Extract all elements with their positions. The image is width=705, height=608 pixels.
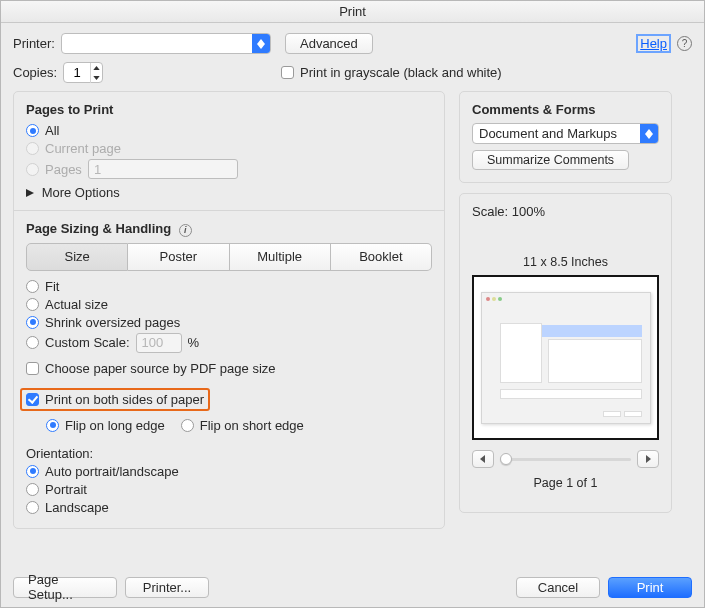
print-button[interactable]: Print [608,577,692,598]
preview-frame [472,275,659,440]
page-setup-button[interactable]: Page Setup... [13,577,117,598]
stepper-up-icon[interactable] [91,63,102,73]
preview-page-thumbnail [481,292,651,424]
scale-readout: Scale: 100% [472,204,659,219]
paper-size-label: 11 x 8.5 Inches [472,255,659,269]
flip-short-radio[interactable]: Flip on short edge [181,418,304,433]
grayscale-checkbox[interactable]: Print in grayscale (black and white) [281,65,502,80]
pages-heading: Pages to Print [26,102,432,117]
stepper-down-icon[interactable] [91,73,102,83]
orientation-portrait-radio[interactable]: Portrait [26,482,432,497]
page-readout: Page 1 of 1 [472,476,659,490]
pdf-paper-source-checkbox[interactable]: Choose paper source by PDF page size [26,361,432,376]
flip-long-radio[interactable]: Flip on long edge [46,418,165,433]
cancel-button[interactable]: Cancel [516,577,600,598]
highlight-annotation: Print on both sides of paper [20,388,210,411]
pages-all-radio[interactable]: All [26,123,432,138]
printer-label: Printer: [13,36,55,51]
sizing-segmented-control[interactable]: Size Poster Multiple Booklet [26,243,432,271]
more-options-toggle[interactable]: More Options [42,185,120,200]
copies-input[interactable] [64,64,90,81]
help-link[interactable]: Help [636,34,671,53]
dialog-footer: Page Setup... Printer... Cancel Print [1,567,704,607]
comments-select[interactable]: Document and Markups [472,123,659,144]
copies-stepper[interactable] [63,62,103,83]
actual-size-radio[interactable]: Actual size [26,297,432,312]
seg-poster[interactable]: Poster [128,243,229,271]
orientation-auto-radio[interactable]: Auto portrait/landscape [26,464,432,479]
window-title: Print [1,1,704,23]
printer-select[interactable] [61,33,271,54]
sizing-heading: Page Sizing & Handling i [26,221,432,237]
seg-multiple[interactable]: Multiple [230,243,331,271]
comments-heading: Comments & Forms [472,102,659,117]
fit-radio[interactable]: Fit [26,279,432,294]
custom-scale-radio[interactable]: Custom Scale: % [26,333,432,353]
pages-current-radio: Current page [26,141,432,156]
pages-to-print-panel: Pages to Print All Current page Pages Mo… [13,91,445,529]
next-page-button[interactable] [637,450,659,468]
printer-settings-button[interactable]: Printer... [125,577,209,598]
comments-forms-panel: Comments & Forms Document and Markups Su… [459,91,672,183]
grayscale-label: Print in grayscale (black and white) [300,65,502,80]
orientation-landscape-radio[interactable]: Landscape [26,500,432,515]
disclosure-triangle-icon[interactable] [26,185,34,200]
seg-booklet[interactable]: Booklet [331,243,432,271]
advanced-button[interactable]: Advanced [285,33,373,54]
seg-size[interactable]: Size [26,243,128,271]
chevron-updown-icon [640,124,658,143]
print-dialog: Print Printer: Advanced Help ? Copies: [0,0,705,608]
chevron-updown-icon [252,34,270,53]
pages-range-radio: Pages [26,159,432,179]
prev-page-button[interactable] [472,450,494,468]
slider-thumb[interactable] [500,453,512,465]
orientation-label: Orientation: [26,446,432,461]
both-sides-checkbox[interactable]: Print on both sides of paper [26,392,204,407]
pages-range-input [88,159,238,179]
copies-label: Copies: [13,65,57,80]
info-icon[interactable]: i [179,224,192,237]
preview-panel: Scale: 100% 11 x 8.5 Inches [459,193,672,513]
summarize-comments-button[interactable]: Summarize Comments [472,150,629,170]
help-icon[interactable]: ? [677,36,692,51]
custom-scale-input [136,333,182,353]
shrink-radio[interactable]: Shrink oversized pages [26,315,432,330]
page-slider[interactable] [500,458,631,461]
